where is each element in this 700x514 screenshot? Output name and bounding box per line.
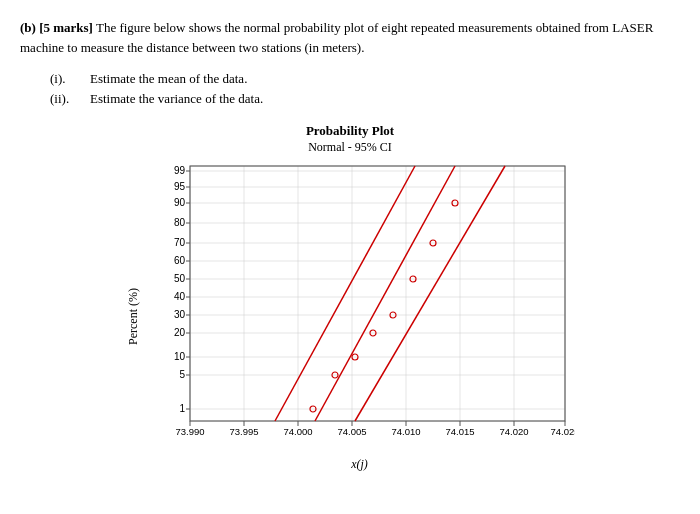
probability-plot-svg: 99 95 90 80 70 60 50 40 30 20 10 5 1 (145, 161, 575, 451)
question-body: The figure below shows the normal probab… (20, 20, 653, 55)
sub-question-ii: (ii). Estimate the variance of the data. (50, 91, 680, 107)
sub-q-text-i: Estimate the mean of the data. (90, 71, 247, 87)
y-tick-40: 40 (173, 291, 185, 302)
chart-title: Probability Plot (306, 123, 394, 139)
y-tick-95: 95 (173, 181, 185, 192)
question-text: (b) [5 marks] The figure below shows the… (20, 18, 680, 57)
y-tick-70: 70 (173, 237, 185, 248)
chart-container: Probability Plot Normal - 95% CI Percent… (105, 123, 595, 472)
question-label: (b) [5 marks] (20, 20, 93, 35)
sub-q-text-ii: Estimate the variance of the data. (90, 91, 263, 107)
y-tick-5: 5 (179, 369, 185, 380)
x-tick-5: 74.015 (445, 426, 474, 437)
x-tick-6: 74.020 (499, 426, 528, 437)
y-tick-99: 99 (173, 165, 185, 176)
x-tick-7: 74.025 (550, 426, 575, 437)
y-tick-50: 50 (173, 273, 185, 284)
x-tick-1: 73.995 (229, 426, 258, 437)
sub-q-label-i: (i). (50, 71, 82, 87)
x-tick-2: 74.000 (283, 426, 312, 437)
sub-question-i: (i). Estimate the mean of the data. (50, 71, 680, 87)
y-tick-10: 10 (173, 351, 185, 362)
question-block: (b) [5 marks] The figure below shows the… (20, 18, 680, 472)
chart-area-wrapper: 99 95 90 80 70 60 50 40 30 20 10 5 1 (145, 161, 575, 472)
y-tick-60: 60 (173, 255, 185, 266)
chart-svg-area: 99 95 90 80 70 60 50 40 30 20 10 5 1 (145, 161, 575, 455)
sub-q-label-ii: (ii). (50, 91, 82, 107)
y-tick-20: 20 (173, 327, 185, 338)
x-tick-3: 74.005 (337, 426, 366, 437)
y-tick-90: 90 (173, 197, 185, 208)
x-tick-0: 73.990 (175, 426, 204, 437)
chart-subtitle: Normal - 95% CI (308, 140, 392, 155)
x-tick-4: 74.010 (391, 426, 420, 437)
y-tick-1: 1 (179, 403, 185, 414)
chart-inner: Percent (%) (126, 161, 575, 472)
sub-questions: (i). Estimate the mean of the data. (ii)… (50, 71, 680, 107)
y-axis-label: Percent (%) (126, 288, 141, 345)
y-tick-80: 80 (173, 217, 185, 228)
x-axis-label: x(j) (145, 457, 575, 472)
y-tick-30: 30 (173, 309, 185, 320)
